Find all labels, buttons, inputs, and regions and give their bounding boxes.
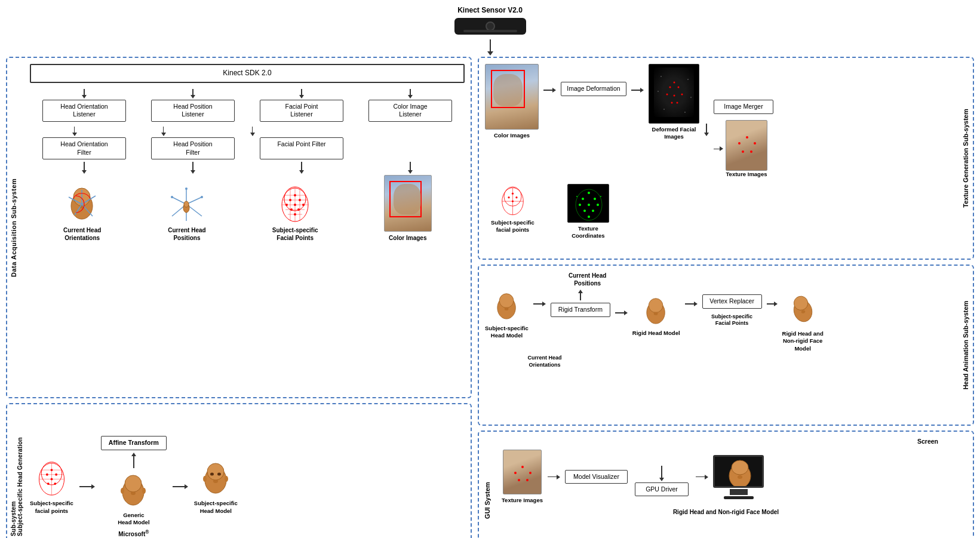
tg-arrow3 [714,146,723,151]
svg-point-114 [526,479,529,481]
anim-output-head: Rigid Head andNon-rigid FaceModel [782,292,824,352]
svg-point-72 [658,91,659,92]
anim-label: Head Animation Sub-system [961,300,970,391]
hg-arrow1 [79,484,95,489]
svg-point-64 [678,87,680,88]
head-generation-panel: Subject-specific Head GenerationSub-syst… [6,403,472,538]
output-facial-points: Subject-specificFacial Points [272,183,318,242]
svg-point-37 [294,213,296,216]
svg-point-91 [582,198,584,200]
tg-bottom-labels: Subject-specificfacial points [491,184,967,240]
svg-point-17 [201,196,203,198]
hg-output: Subject-specificHead Model [194,459,238,515]
color-images-label: Color Images [389,234,426,242]
svg-point-100 [600,196,601,197]
svg-point-46 [55,474,57,476]
gpu-driver-box: GPU Driver [635,482,689,497]
svg-point-56 [207,463,224,480]
head-position-filter: Head PositionFilter [151,137,235,159]
svg-point-45 [46,474,48,476]
filter-arrow-1 [82,162,87,174]
anim-vertex-col: Vertex Replacer Subject-specific Facial … [702,294,762,327]
anim-output-head-icon [787,292,819,328]
svg-point-73 [690,97,692,98]
tg-color-label: Color Images [494,132,530,139]
tg-color-images: Color Images [485,64,539,139]
head-animation-panel: Head Animation Sub-system Current HeadPo… [478,265,974,426]
svg-point-44 [51,469,53,471]
head-orientation-listener: Head OrientationListener [42,100,126,122]
svg-point-74 [663,109,665,110]
svg-point-15 [184,201,189,207]
svg-point-97 [592,210,594,212]
facial-points-label: Subject-specificFacial Points [272,226,318,242]
listeners-row: Head OrientationListener Head PositionLi… [30,100,465,122]
svg-point-69 [677,102,678,104]
svg-point-66 [674,95,675,97]
anim-rigid-head: Rigid Head Model [632,294,680,337]
model-visualizer-box: Model Visualizer [565,470,628,484]
filter-arrow-2 [191,162,195,174]
svg-point-60 [210,473,214,476]
tg-arrow1 [543,88,556,93]
svg-point-85 [512,193,514,195]
gui-arrow2 [696,475,708,479]
gui-label: GUI System [483,481,492,520]
anim-bottom-labels: Current HeadOrientations [485,355,950,368]
svg-point-78 [746,136,748,139]
anim-ss-head-label: Subject-specificHead Model [485,325,529,340]
svg-point-106 [654,312,658,315]
hg-arrow2 [173,484,188,489]
svg-point-33 [294,204,296,206]
svg-point-92 [594,198,596,200]
svg-point-70 [660,76,662,77]
sensor-section: Kinect Sensor V2.0 [6,6,974,36]
head-position-listener: Head PositionListener [151,100,235,122]
svg-point-111 [529,472,532,474]
svg-point-61 [217,473,221,476]
svg-point-68 [671,102,673,104]
svg-point-105 [649,299,663,313]
filters-row: Head OrientationFilter Head PositionFilt… [30,137,465,159]
sdk-arrow-1 [82,89,87,99]
svg-point-96 [583,210,586,212]
svg-point-59 [225,476,228,482]
svg-point-90 [588,192,590,194]
svg-point-49 [54,482,56,485]
head-position-icon [167,185,206,224]
anim-output-label: Rigid Head andNon-rigid FaceModel [782,330,824,352]
svg-point-103 [505,308,509,310]
listener-arrow-2 [161,127,166,136]
svg-point-75 [684,112,686,113]
gui-arrow1 [548,475,560,479]
output-color-images: Color Images [384,175,432,242]
svg-point-31 [299,199,301,201]
svg-point-79 [742,150,744,153]
svg-point-58 [203,476,207,482]
facial-points-icon [275,183,315,224]
anim-rigid-head-icon [640,294,672,327]
sensor-label: Kinect Sensor V2.0 [6,6,974,14]
anim-arrow1 [533,302,546,306]
tg-ss-facial-label: Subject-specificfacial points [491,219,534,234]
right-column: Texture Generation Sub-system Color Imag… [478,57,974,538]
svg-point-117 [738,475,742,479]
svg-point-112 [521,466,524,468]
svg-point-32 [285,204,288,206]
affine-transform-box: Affine Transform [101,436,167,450]
ss-head-model-icon [196,459,235,497]
svg-point-36 [297,208,300,211]
texture-coords-label: Texture Coordinates [564,225,612,240]
anim-arrow2 [615,310,628,315]
gui-down-col: placeholder GPU Driver [635,457,689,496]
sdk-arrow-3 [299,89,304,99]
tg-texture-coords: Texture Coordinates [564,184,612,240]
svg-point-16 [171,196,173,198]
svg-point-30 [289,199,291,201]
svg-point-53 [121,488,124,494]
head-orientation-icon [63,185,102,224]
svg-point-54 [142,488,146,494]
color-arrow [408,162,413,174]
anim-arrow3 [685,302,698,306]
gui-texture-images: Texture Images [502,450,543,504]
